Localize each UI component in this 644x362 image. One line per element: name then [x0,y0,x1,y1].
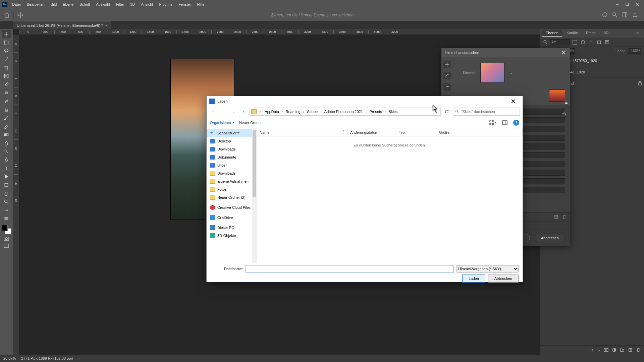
filter-type-icon[interactable] [588,39,594,45]
menu-window[interactable]: Fenster [176,1,194,8]
filter-shape-icon[interactable] [596,39,602,45]
tab-layers[interactable]: Ebenen [542,29,562,37]
window-minimize[interactable] [612,1,622,8]
mask-icon[interactable] [604,348,608,353]
menu-plugins[interactable]: Plug-ins [156,1,175,8]
close-icon[interactable] [560,50,567,56]
adjustment-icon[interactable] [612,348,616,353]
share-icon[interactable] [632,12,638,18]
stamp-tool[interactable] [2,106,11,114]
menu-edit[interactable]: Bearbeiten [24,1,47,8]
quickmask-icon[interactable] [3,236,10,241]
tree-downloads[interactable]: Downloads📌 [207,145,257,153]
close-icon[interactable]: × [105,23,108,28]
zoom-tool[interactable] [2,198,11,206]
organize-button[interactable]: Organisieren ▾ [210,120,234,125]
sky-alt-thumb[interactable] [549,89,565,102]
tab-paths[interactable]: Pfade [583,29,599,37]
link-icon[interactable] [589,348,594,353]
move-tool[interactable] [2,30,11,38]
menu-image[interactable]: Bild [48,1,59,8]
menu-view[interactable]: Ansicht [138,1,156,8]
filetype-select[interactable]: Himmel-Vorgaben (*.SKY) [457,265,519,273]
filter-image-icon[interactable] [572,39,578,45]
filter-kind-select[interactable]: Art [550,39,570,45]
sky-brush-tool[interactable] [443,72,451,79]
hand-tool[interactable] [2,189,11,197]
menu-filter[interactable]: Filter [113,1,127,8]
chevron-down-icon[interactable]: ⌄ [433,110,439,114]
tree-quickaccess[interactable]: ★Schnellzugriff [207,129,257,137]
screenmode-icon[interactable] [3,243,10,248]
close-icon[interactable] [506,97,520,105]
preview-pane-icon[interactable] [501,119,508,126]
nav-up[interactable]: ↑ [239,108,248,116]
tree-scrollbar[interactable] [252,128,257,263]
col-date[interactable]: Änderungsdatum [347,128,396,136]
new-preset-icon[interactable] [554,215,558,220]
search-icon[interactable] [543,40,548,45]
refresh-icon[interactable] [443,108,451,116]
chevron-right-icon[interactable]: › [78,356,79,360]
sky-preset-thumb[interactable] [480,63,504,83]
tree-folder[interactable]: Fotos [207,185,257,193]
address-bar[interactable]: « AppData› Roaming› Adobe› Adobe Photosh… [250,108,441,116]
fx-icon[interactable]: fx [597,348,600,352]
gear-icon[interactable] [562,111,567,116]
frame-tool[interactable] [2,72,11,80]
lasso-tool[interactable] [2,47,11,55]
menu-help[interactable]: Hilfe [194,1,207,8]
window-close[interactable] [633,1,642,8]
document-tab[interactable]: Unbenannt-1 bei 26,1% (Himmel, Ebenenmas… [13,21,111,29]
tree-folder[interactable]: Neuer Ordner (2) [207,193,257,201]
zoom-level[interactable]: 26,07% [3,356,16,360]
tree-onedrive[interactable]: OneDrive [207,214,257,222]
dodge-tool[interactable] [2,147,11,156]
home-icon[interactable] [3,12,10,18]
tree-desktop[interactable]: Desktop📌 [207,137,257,145]
new-layer-icon[interactable] [628,348,633,353]
tree-3d-objects[interactable]: 3D-Objekte [207,232,257,240]
search-input[interactable]: "Skies" durchsuchen [453,108,520,116]
eyedropper-tool[interactable] [2,80,11,88]
pen-tool[interactable] [2,156,11,164]
blur-tool[interactable] [2,139,11,147]
file-list[interactable]: Name ˄ Änderungsdatum Typ Größe Es wurde… [257,128,523,263]
breadcrumb[interactable]: Skies [387,110,399,114]
trash-icon[interactable] [562,215,567,220]
window-maximize[interactable] [623,1,632,8]
tree-this-pc[interactable]: Dieser PC [207,224,257,232]
healing-tool[interactable] [2,89,11,97]
nav-recent[interactable]: ⌄ [229,108,237,116]
move-tool-icon[interactable] [17,12,24,18]
edit-toolbar[interactable] [2,215,11,223]
menu-file[interactable]: Datei [9,1,23,8]
new-folder-button[interactable]: Neuer Ordner [239,121,262,125]
workspace-icon[interactable] [622,12,628,18]
tree-folder[interactable]: Eigene Aufnahmen [207,177,257,185]
brush-tool[interactable] [2,97,11,105]
marquee-tool[interactable] [2,39,11,47]
wand-tool[interactable] [2,55,11,63]
view-mode-icon[interactable]: ▾ [489,119,496,126]
menu-select[interactable]: Auswahl [93,1,113,8]
tree-pictures[interactable]: Bilder📌 [207,161,257,169]
open-button[interactable]: Laden [462,275,485,283]
filter-smart-icon[interactable] [604,39,610,45]
col-type[interactable]: Typ [396,128,436,136]
path-select-tool[interactable] [2,173,11,181]
cancel-button[interactable]: Abbrechen [488,275,519,283]
trash-icon[interactable] [636,348,641,353]
eraser-tool[interactable] [2,122,11,130]
sky-hand-tool[interactable] [443,83,451,91]
tab-channels[interactable]: Kanäle [563,29,581,37]
group-icon[interactable] [620,348,625,353]
folder-tree[interactable]: ★Schnellzugriff Desktop📌 Downloads📌 Doku… [207,128,257,263]
col-name[interactable]: Name ˄ [257,128,347,136]
search-icon[interactable] [612,12,618,18]
breadcrumb[interactable]: Roaming [284,110,302,114]
breadcrumb[interactable]: Adobe [306,110,319,114]
more-tools[interactable] [2,206,11,214]
sky-move-tool[interactable] [443,61,451,68]
gradient-tool[interactable] [2,131,11,139]
